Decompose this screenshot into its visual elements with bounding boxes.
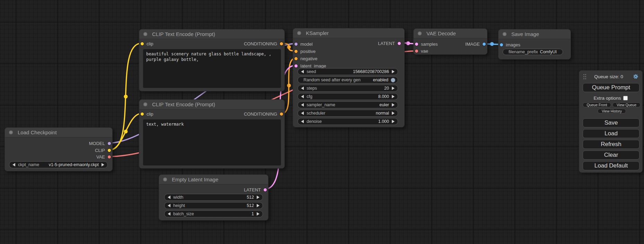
image-port-icon[interactable] [500,43,503,46]
save-button[interactable]: Save [583,118,639,127]
refresh-button[interactable]: Refresh [583,140,639,149]
collapse-dot-icon[interactable] [143,32,147,36]
widget-scheduler[interactable]: scheduler normal [298,110,398,117]
widget-ckpt-name[interactable]: ckpt_name v1-5-pruned-emaonly.ckpt [9,161,108,168]
extra-options-checkbox[interactable] [623,96,628,100]
collapse-dot-icon[interactable] [163,178,167,181]
decrement-arrow-icon[interactable] [12,163,15,166]
decrement-arrow-icon[interactable] [301,95,304,98]
menu-header: Queue size: 0 [579,73,642,80]
increment-arrow-icon[interactable] [102,163,104,166]
decrement-arrow-icon[interactable] [301,111,304,115]
node-title-bar: CLIP Text Encode (Prompt) [139,29,284,39]
clear-button[interactable]: Clear [583,151,639,160]
output-port-vae[interactable]: VAE [96,154,112,160]
increment-arrow-icon[interactable] [392,95,395,98]
node-clip-text-encode-positive[interactable]: CLIP Text Encode (Prompt) clip CONDITION… [139,29,285,91]
widget-random-seed[interactable]: Random seed after every gen enabled [298,76,398,83]
collapse-dot-icon[interactable] [418,31,422,35]
conditioning-port-icon[interactable] [280,42,283,45]
decrement-arrow-icon[interactable] [301,70,304,73]
widget-batch-size[interactable]: batch_size 1 [164,210,263,217]
increment-arrow-icon[interactable] [392,120,395,123]
decrement-arrow-icon[interactable] [301,87,304,90]
increment-arrow-icon[interactable] [257,196,259,199]
link-dot [124,95,128,99]
output-port-latent[interactable]: LATENT [378,40,401,46]
widget-denoise[interactable]: denoise 1.000 [298,118,398,125]
decrement-arrow-icon[interactable] [168,204,170,207]
conditioning-port-icon[interactable] [294,57,298,60]
output-port-image[interactable]: IMAGE [465,41,486,47]
input-port-clip[interactable]: clip [141,40,153,47]
clip-port-icon[interactable] [141,42,144,45]
increment-arrow-icon[interactable] [392,103,395,107]
view-history-button[interactable]: View History [598,109,626,114]
random-seed-toggle-icon[interactable] [391,78,395,82]
input-port-model[interactable]: model [294,41,312,47]
drag-handle-icon[interactable] [583,74,584,79]
decrement-arrow-icon[interactable] [168,196,170,199]
node-vae-decode[interactable]: VAE Decode samples vae IMAGE [413,28,487,55]
collapse-dot-icon[interactable] [297,31,301,35]
queue-prompt-button[interactable]: Queue Prompt [583,83,639,92]
widget-height[interactable]: height 512 [164,202,263,209]
input-port-positive[interactable]: positive [294,48,316,54]
node-save-image[interactable]: Save Image images filename_prefix ComfyU… [498,29,571,60]
prompt-textarea[interactable]: beautiful scenery nature glass bottle la… [143,49,281,88]
clip-port-icon[interactable] [108,149,111,152]
load-default-button[interactable]: Load Default [583,161,639,170]
increment-arrow-icon[interactable] [392,87,395,90]
load-button[interactable]: Load [583,129,639,138]
latent-port-icon[interactable] [398,42,401,45]
decrement-arrow-icon[interactable] [168,212,170,216]
widget-sampler-name[interactable]: sampler_name euler [298,101,398,108]
model-port-icon[interactable] [108,142,111,145]
conditioning-port-icon[interactable] [280,112,283,116]
increment-arrow-icon[interactable] [392,111,395,115]
collapse-dot-icon[interactable] [9,130,13,134]
prompt-textarea[interactable]: text, watermark [143,119,281,165]
view-queue-button[interactable]: View Queue [612,102,641,107]
image-port-icon[interactable] [483,43,486,46]
node-load-checkpoint[interactable]: Load Checkpoint MODEL CLIP VAE ckpt_name… [5,127,113,171]
output-port-model[interactable]: MODEL [89,140,112,146]
increment-arrow-icon[interactable] [257,204,259,207]
output-port-latent[interactable]: LATENT [244,187,267,193]
decrement-arrow-icon[interactable] [301,103,304,107]
queue-front-button[interactable]: Queue Front [583,102,611,107]
gear-icon[interactable] [633,74,638,79]
vae-port-icon[interactable] [108,155,111,159]
extra-options-row: Extra options [579,96,642,101]
input-port-clip[interactable]: clip [141,111,153,117]
model-port-icon[interactable] [294,43,298,46]
widget-cfg[interactable]: cfg 8.000 [298,93,398,100]
link-dot [287,45,291,49]
conditioning-port-icon[interactable] [294,50,298,53]
widget-width[interactable]: width 512 [164,194,263,201]
collapse-dot-icon[interactable] [143,102,147,106]
input-port-samples[interactable]: samples [415,41,438,47]
input-port-vae[interactable]: vae [415,48,428,54]
input-port-images[interactable]: images [500,42,520,48]
clip-port-icon[interactable] [141,112,144,116]
node-clip-text-encode-negative[interactable]: CLIP Text Encode (Prompt) clip CONDITION… [139,99,285,169]
output-port-conditioning[interactable]: CONDITIONING [244,111,284,117]
collapse-dot-icon[interactable] [503,32,506,36]
increment-arrow-icon[interactable] [392,70,395,73]
node-ksampler[interactable]: KSampler model positive negative latent_… [293,28,405,127]
output-port-clip[interactable]: CLIP [95,147,112,153]
increment-arrow-icon[interactable] [257,212,259,216]
extra-options-label: Extra options [594,96,621,101]
latent-port-icon[interactable] [415,43,418,46]
node-empty-latent-image[interactable]: Empty Latent Image LATENT width 512 heig… [159,174,268,220]
decrement-arrow-icon[interactable] [301,120,304,123]
output-port-conditioning[interactable]: CONDITIONING [244,40,284,47]
vae-port-icon[interactable] [415,49,418,53]
widget-seed[interactable]: seed 156680208700286 [298,68,398,75]
input-port-negative[interactable]: negative [294,55,317,62]
latent-port-icon[interactable] [264,188,267,191]
widget-steps[interactable]: steps 20 [298,85,398,92]
latent-port-icon[interactable] [294,64,298,67]
widget-filename-prefix[interactable]: filename_prefix ComfyUI [503,49,563,55]
